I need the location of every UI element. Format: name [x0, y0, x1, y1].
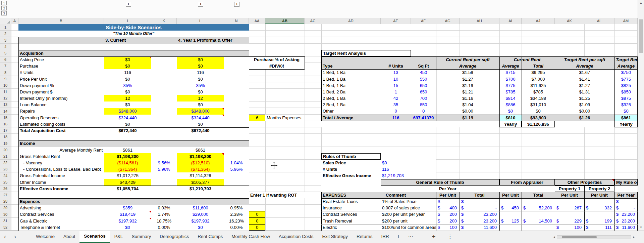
cell-B8[interactable]: # Units [18, 69, 104, 76]
column-header-AJ[interactable]: AJ [522, 18, 555, 24]
cell-AL27[interactable]: Per Unit [584, 192, 614, 198]
cell-AD21[interactable]: Rules of Thumb [321, 153, 381, 160]
cell-AF15[interactable]: 697.41379 [411, 115, 436, 121]
cell-AK32[interactable]: $100 [555, 224, 584, 231]
cell-AA30[interactable]: 0 [249, 211, 265, 218]
column-header-I[interactable]: I [104, 18, 151, 24]
cell-L23[interactable]: ($71,364) [177, 166, 224, 172]
cell-AI29[interactable]: $450 [499, 205, 522, 211]
cell-AI7[interactable]: Average [499, 63, 522, 69]
column-header-K[interactable]: K [151, 18, 177, 24]
cell-I23[interactable]: ($71,364) [104, 166, 151, 172]
cell-AD9[interactable]: 1 Bed, 1 Ba [321, 76, 381, 82]
cell-L26[interactable]: $1,219,703 [177, 186, 224, 192]
cell-AI16[interactable]: Yearly [499, 121, 522, 127]
sheet-tab-irr[interactable]: IRR [377, 231, 393, 243]
cell-AB15[interactable]: Months Expenses [265, 115, 305, 121]
cell-AD32[interactable]: Electric [321, 224, 381, 231]
row-header-13[interactable]: 13 [0, 102, 11, 108]
cell-AD24[interactable]: Effective Gross Income [321, 172, 381, 179]
cell-AK14[interactable]: $0.00 [555, 108, 614, 115]
cell-L14[interactable]: $348,000 [177, 108, 224, 115]
sheet-tab-i[interactable]: I [393, 231, 404, 243]
column-header-N[interactable]: N [224, 18, 249, 24]
cell-AH31[interactable]: $23,200 [460, 218, 499, 224]
cell-AE25[interactable]: General Rule of Thumb [381, 179, 499, 186]
sheet-tab-exit-strategy[interactable]: Exit Strategy [318, 231, 353, 243]
row-header-12[interactable]: 12 [0, 95, 11, 102]
cell-L30[interactable]: $29,000 [177, 211, 224, 218]
sheet-tab-rent-comps[interactable]: Rent Comps [193, 231, 227, 243]
row-header-30[interactable]: 30 [0, 211, 11, 218]
cell-B23[interactable]: - Concessions, Loss to Lease, Bad Debt [18, 166, 104, 172]
cell-B14[interactable]: Repairs [18, 108, 104, 115]
cell-AG8[interactable]: $1.59 [436, 69, 499, 76]
cell-B1[interactable]: Side-by-Side Scenarios [18, 24, 249, 31]
cell-K23[interactable]: 5.96% [151, 166, 177, 172]
cell-AK6[interactable]: Target Rent per sqft [555, 56, 614, 63]
row-header-20[interactable]: 20 [0, 147, 11, 153]
cell-L13[interactable]: $0 [177, 102, 224, 108]
cell-K31[interactable]: 18.75% [151, 218, 177, 224]
cell-AG11[interactable]: $1.21 [436, 89, 499, 95]
cell-L21[interactable]: $1,198,200 [177, 153, 224, 160]
cell-AA27[interactable]: Enter 1 if wanting ROT [249, 192, 321, 198]
cell-AJ14[interactable]: $0 [522, 108, 555, 115]
row-header-29[interactable]: 29 [0, 205, 11, 211]
row-header-8[interactable]: 8 [0, 69, 11, 76]
cell-B31[interactable]: Gas & Electric [18, 218, 104, 224]
column-header-AF[interactable]: AF [411, 18, 436, 24]
cell-AE9[interactable]: 10 [381, 76, 411, 82]
cell-B25[interactable]: Other Income [18, 179, 104, 186]
cell-L20[interactable]: $861 [177, 147, 224, 153]
horizontal-scroll-track[interactable] [557, 235, 631, 239]
cell-B2[interactable]: "The 10 Minute Offer" [18, 31, 249, 37]
row-header-18[interactable]: 18 [0, 134, 11, 140]
cell-AG15[interactable]: $1.19 [436, 115, 499, 121]
cell-L3[interactable]: 4. Year 1 Proforma & Offer [177, 37, 249, 44]
cell-B32[interactable]: Telephone & Internet [18, 224, 104, 231]
cell-AJ29[interactable]: $52,200 [522, 205, 555, 211]
cell-AF8[interactable]: 450 [411, 69, 436, 76]
cell-B29[interactable]: Advertising [18, 205, 104, 211]
cell-AJ7[interactable]: Total [522, 63, 555, 69]
column-header-AI[interactable]: AI [499, 18, 522, 24]
cell-I3[interactable]: 3. Current [104, 37, 177, 44]
cell-B24[interactable]: Gross Potential Income [18, 172, 104, 179]
sheet-tab-demographics[interactable]: Demographics [155, 231, 193, 243]
cell-AK29[interactable]: $267 [555, 205, 584, 211]
cell-AJ10[interactable]: $11,625 [522, 82, 555, 89]
cell-AI11[interactable]: $785 [499, 89, 522, 95]
cell-L8[interactable]: 116 [177, 69, 224, 76]
cell-I11[interactable]: $0 [104, 89, 151, 95]
cell-AA6[interactable]: Purchase % of Asking [249, 56, 305, 63]
cell-N30[interactable]: 2.38% [224, 211, 249, 218]
cell-L31[interactable]: $197,932 [177, 218, 224, 224]
cell-I24[interactable]: $1,012,275 [104, 172, 151, 179]
cell-AL26[interactable]: Property 2 [584, 186, 614, 192]
cell-AG30[interactable]: $200 [436, 211, 460, 218]
cell-AM12[interactable]: $875 [614, 95, 638, 102]
row-header-6[interactable]: 6 [0, 56, 11, 63]
row-header-4[interactable]: 4 [0, 44, 11, 50]
cell-N29[interactable]: 0.95% [224, 205, 249, 211]
vertical-scroll-thumb[interactable] [639, 19, 643, 53]
cell-AL31[interactable]: $199 [584, 218, 614, 224]
more-tabs-ellipsis[interactable]: ⋯ [406, 231, 415, 243]
column-header-AK[interactable]: AK [555, 18, 584, 24]
cell-AD5[interactable]: Target Rent Analysis [321, 50, 411, 56]
column-header-L[interactable]: L [177, 18, 224, 24]
cell-AF7[interactable]: Sq Ft [411, 63, 436, 69]
cell-K29[interactable]: 0.03% [151, 205, 177, 211]
row-header-21[interactable]: 21 [0, 153, 11, 160]
cell-AE28[interactable]: 1% of Sales Price [381, 198, 436, 205]
cell-AH30[interactable]: $23,200 [460, 211, 499, 218]
cell-N23[interactable]: 5.96% [224, 166, 249, 172]
row-header-17[interactable]: 17 [0, 127, 11, 134]
cell-AG7[interactable]: Average [436, 63, 499, 69]
cell-AI8[interactable]: $715 [499, 69, 522, 76]
cell-AF12[interactable]: 700 [411, 95, 436, 102]
column-group-expand-button-1[interactable]: + [126, 2, 131, 7]
cell-AJ12[interactable]: $34,188 [522, 95, 555, 102]
cell-I30[interactable]: $18,419 [104, 211, 151, 218]
